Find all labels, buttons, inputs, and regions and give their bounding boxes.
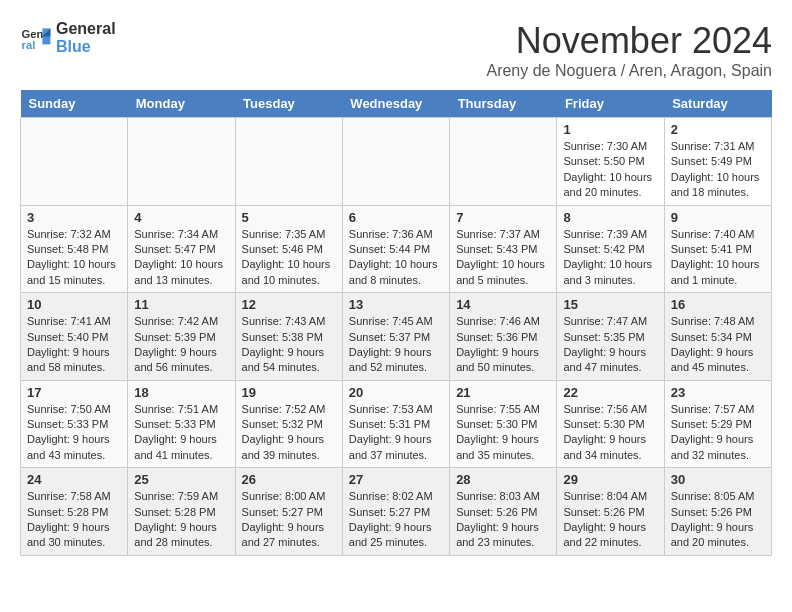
day-info: Sunrise: 7:30 AM Sunset: 5:50 PM Dayligh… [563, 139, 657, 201]
day-info: Sunrise: 7:32 AM Sunset: 5:48 PM Dayligh… [27, 227, 121, 289]
day-info: Sunrise: 7:37 AM Sunset: 5:43 PM Dayligh… [456, 227, 550, 289]
calendar-cell: 12Sunrise: 7:43 AM Sunset: 5:38 PM Dayli… [235, 293, 342, 381]
day-number: 6 [349, 210, 443, 225]
day-info: Sunrise: 7:43 AM Sunset: 5:38 PM Dayligh… [242, 314, 336, 376]
calendar-cell [450, 118, 557, 206]
calendar-cell: 20Sunrise: 7:53 AM Sunset: 5:31 PM Dayli… [342, 380, 449, 468]
calendar-cell: 27Sunrise: 8:02 AM Sunset: 5:27 PM Dayli… [342, 468, 449, 556]
calendar-cell: 26Sunrise: 8:00 AM Sunset: 5:27 PM Dayli… [235, 468, 342, 556]
weekday-header-wednesday: Wednesday [342, 90, 449, 118]
day-number: 25 [134, 472, 228, 487]
day-number: 9 [671, 210, 765, 225]
weekday-header-saturday: Saturday [664, 90, 771, 118]
day-info: Sunrise: 7:31 AM Sunset: 5:49 PM Dayligh… [671, 139, 765, 201]
day-number: 22 [563, 385, 657, 400]
calendar-cell: 3Sunrise: 7:32 AM Sunset: 5:48 PM Daylig… [21, 205, 128, 293]
calendar-cell: 2Sunrise: 7:31 AM Sunset: 5:49 PM Daylig… [664, 118, 771, 206]
calendar-cell: 6Sunrise: 7:36 AM Sunset: 5:44 PM Daylig… [342, 205, 449, 293]
logo: Gene ral General Blue [20, 20, 116, 56]
calendar-cell: 19Sunrise: 7:52 AM Sunset: 5:32 PM Dayli… [235, 380, 342, 468]
month-title: November 2024 [486, 20, 772, 62]
logo-icon: Gene ral [20, 22, 52, 54]
day-number: 17 [27, 385, 121, 400]
day-number: 21 [456, 385, 550, 400]
calendar-cell: 28Sunrise: 8:03 AM Sunset: 5:26 PM Dayli… [450, 468, 557, 556]
calendar-cell: 30Sunrise: 8:05 AM Sunset: 5:26 PM Dayli… [664, 468, 771, 556]
calendar-cell [21, 118, 128, 206]
calendar-cell: 5Sunrise: 7:35 AM Sunset: 5:46 PM Daylig… [235, 205, 342, 293]
calendar-cell [235, 118, 342, 206]
day-number: 15 [563, 297, 657, 312]
day-info: Sunrise: 7:48 AM Sunset: 5:34 PM Dayligh… [671, 314, 765, 376]
svg-text:ral: ral [22, 39, 36, 51]
calendar-cell: 25Sunrise: 7:59 AM Sunset: 5:28 PM Dayli… [128, 468, 235, 556]
calendar-cell: 18Sunrise: 7:51 AM Sunset: 5:33 PM Dayli… [128, 380, 235, 468]
day-info: Sunrise: 7:46 AM Sunset: 5:36 PM Dayligh… [456, 314, 550, 376]
day-info: Sunrise: 7:59 AM Sunset: 5:28 PM Dayligh… [134, 489, 228, 551]
day-number: 7 [456, 210, 550, 225]
day-number: 2 [671, 122, 765, 137]
day-number: 23 [671, 385, 765, 400]
day-info: Sunrise: 7:42 AM Sunset: 5:39 PM Dayligh… [134, 314, 228, 376]
day-number: 28 [456, 472, 550, 487]
day-number: 5 [242, 210, 336, 225]
calendar-cell: 8Sunrise: 7:39 AM Sunset: 5:42 PM Daylig… [557, 205, 664, 293]
calendar-cell: 21Sunrise: 7:55 AM Sunset: 5:30 PM Dayli… [450, 380, 557, 468]
day-info: Sunrise: 7:35 AM Sunset: 5:46 PM Dayligh… [242, 227, 336, 289]
title-section: November 2024 Areny de Noguera / Aren, A… [486, 20, 772, 80]
calendar-cell: 23Sunrise: 7:57 AM Sunset: 5:29 PM Dayli… [664, 380, 771, 468]
day-number: 20 [349, 385, 443, 400]
day-info: Sunrise: 7:50 AM Sunset: 5:33 PM Dayligh… [27, 402, 121, 464]
day-number: 10 [27, 297, 121, 312]
day-info: Sunrise: 7:57 AM Sunset: 5:29 PM Dayligh… [671, 402, 765, 464]
day-number: 27 [349, 472, 443, 487]
day-info: Sunrise: 7:39 AM Sunset: 5:42 PM Dayligh… [563, 227, 657, 289]
calendar-cell: 1Sunrise: 7:30 AM Sunset: 5:50 PM Daylig… [557, 118, 664, 206]
day-number: 3 [27, 210, 121, 225]
calendar-cell: 24Sunrise: 7:58 AM Sunset: 5:28 PM Dayli… [21, 468, 128, 556]
calendar-cell [128, 118, 235, 206]
day-info: Sunrise: 7:55 AM Sunset: 5:30 PM Dayligh… [456, 402, 550, 464]
calendar-cell: 11Sunrise: 7:42 AM Sunset: 5:39 PM Dayli… [128, 293, 235, 381]
calendar-cell [342, 118, 449, 206]
calendar-cell: 4Sunrise: 7:34 AM Sunset: 5:47 PM Daylig… [128, 205, 235, 293]
day-number: 26 [242, 472, 336, 487]
calendar-header: SundayMondayTuesdayWednesdayThursdayFrid… [21, 90, 772, 118]
day-info: Sunrise: 8:00 AM Sunset: 5:27 PM Dayligh… [242, 489, 336, 551]
day-number: 18 [134, 385, 228, 400]
day-number: 30 [671, 472, 765, 487]
day-number: 8 [563, 210, 657, 225]
calendar-cell: 9Sunrise: 7:40 AM Sunset: 5:41 PM Daylig… [664, 205, 771, 293]
day-info: Sunrise: 7:47 AM Sunset: 5:35 PM Dayligh… [563, 314, 657, 376]
weekday-header-friday: Friday [557, 90, 664, 118]
day-info: Sunrise: 8:05 AM Sunset: 5:26 PM Dayligh… [671, 489, 765, 551]
day-info: Sunrise: 8:04 AM Sunset: 5:26 PM Dayligh… [563, 489, 657, 551]
calendar-cell: 29Sunrise: 8:04 AM Sunset: 5:26 PM Dayli… [557, 468, 664, 556]
calendar-cell: 17Sunrise: 7:50 AM Sunset: 5:33 PM Dayli… [21, 380, 128, 468]
calendar-cell: 15Sunrise: 7:47 AM Sunset: 5:35 PM Dayli… [557, 293, 664, 381]
day-number: 4 [134, 210, 228, 225]
day-number: 14 [456, 297, 550, 312]
day-info: Sunrise: 7:40 AM Sunset: 5:41 PM Dayligh… [671, 227, 765, 289]
calendar-cell: 16Sunrise: 7:48 AM Sunset: 5:34 PM Dayli… [664, 293, 771, 381]
day-number: 16 [671, 297, 765, 312]
day-info: Sunrise: 7:53 AM Sunset: 5:31 PM Dayligh… [349, 402, 443, 464]
day-info: Sunrise: 8:02 AM Sunset: 5:27 PM Dayligh… [349, 489, 443, 551]
calendar-table: SundayMondayTuesdayWednesdayThursdayFrid… [20, 90, 772, 556]
calendar-cell: 14Sunrise: 7:46 AM Sunset: 5:36 PM Dayli… [450, 293, 557, 381]
day-info: Sunrise: 7:41 AM Sunset: 5:40 PM Dayligh… [27, 314, 121, 376]
weekday-header-sunday: Sunday [21, 90, 128, 118]
day-info: Sunrise: 7:58 AM Sunset: 5:28 PM Dayligh… [27, 489, 121, 551]
day-number: 19 [242, 385, 336, 400]
day-number: 13 [349, 297, 443, 312]
calendar-cell: 22Sunrise: 7:56 AM Sunset: 5:30 PM Dayli… [557, 380, 664, 468]
page-header: Gene ral General Blue November 2024 Aren… [20, 20, 772, 80]
day-info: Sunrise: 7:56 AM Sunset: 5:30 PM Dayligh… [563, 402, 657, 464]
calendar-cell: 7Sunrise: 7:37 AM Sunset: 5:43 PM Daylig… [450, 205, 557, 293]
day-info: Sunrise: 7:34 AM Sunset: 5:47 PM Dayligh… [134, 227, 228, 289]
day-info: Sunrise: 7:45 AM Sunset: 5:37 PM Dayligh… [349, 314, 443, 376]
day-info: Sunrise: 7:36 AM Sunset: 5:44 PM Dayligh… [349, 227, 443, 289]
weekday-header-thursday: Thursday [450, 90, 557, 118]
day-info: Sunrise: 7:51 AM Sunset: 5:33 PM Dayligh… [134, 402, 228, 464]
weekday-header-monday: Monday [128, 90, 235, 118]
